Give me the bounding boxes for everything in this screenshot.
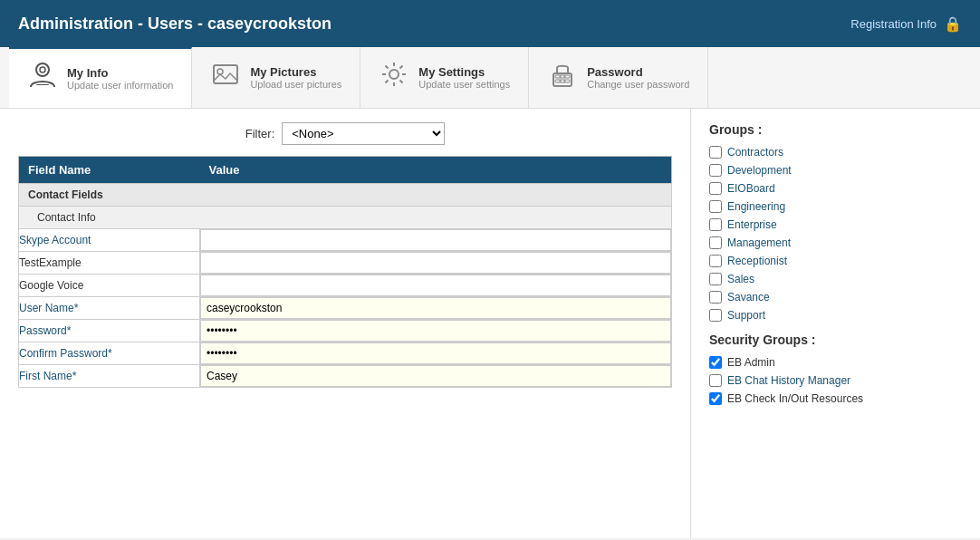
group-item-eioboard: EIOBoard (709, 182, 962, 195)
field-testexample-value (200, 252, 672, 275)
tab-password-sublabel: Change user password (587, 79, 689, 90)
group-label-development: Development (727, 164, 792, 177)
tabbar: My Info Update user information My Pictu… (0, 47, 980, 109)
group-label-management: Management (727, 236, 791, 249)
group-item-enterprise: Enterprise (709, 218, 962, 231)
svg-rect-3 (214, 65, 237, 83)
security-group-checkbox-ebadmin[interactable] (709, 356, 722, 369)
group-item-engineering: Engineering (709, 200, 962, 213)
security-groups-title: Security Groups : (709, 333, 962, 347)
tab-my-settings[interactable]: My Settings Update user settings (360, 47, 529, 108)
field-googlevoice-label: Google Voice (19, 275, 200, 297)
group-item-development: Development (709, 164, 962, 177)
security-group-checkbox-ebchathistory[interactable] (709, 374, 722, 387)
field-firstname-value (200, 365, 672, 388)
tab-my-pictures-label: My Pictures (250, 65, 341, 79)
group-checkbox-receptionist[interactable] (709, 255, 722, 267)
group-checkbox-management[interactable] (709, 236, 722, 249)
table-row: Confirm Password* (19, 342, 672, 365)
security-group-label-ebcheckin: EB Check In/Out Resources (727, 392, 863, 405)
page-title: Administration - Users - caseycrookston (18, 14, 331, 34)
group-checkbox-development[interactable] (709, 164, 722, 177)
security-group-item-ebcheckin: EB Check In/Out Resources (709, 392, 962, 405)
group-checkbox-eioboard[interactable] (709, 182, 722, 195)
tab-password[interactable]: Password Change user password (529, 47, 708, 108)
group-label-savance: Savance (727, 291, 770, 304)
groups-title: Groups : (709, 122, 962, 137)
svg-rect-2 (36, 84, 49, 85)
group-checkbox-savance[interactable] (709, 291, 722, 304)
svg-point-0 (36, 63, 49, 76)
security-group-checkbox-ebcheckin[interactable] (709, 392, 722, 405)
registration-info-link[interactable]: Registration Info (850, 17, 937, 31)
security-groups-list: EB Admin EB Chat History Manager EB Chec… (709, 356, 962, 405)
group-checkbox-support[interactable] (709, 309, 722, 322)
googlevoice-input[interactable] (200, 275, 671, 296)
field-confirmpassword-label: Confirm Password* (19, 342, 200, 365)
table-row: User Name* (19, 297, 672, 320)
settings-icon (379, 59, 409, 96)
data-table: Field Name Value Contact Fields Contact … (18, 156, 672, 388)
tab-my-settings-sublabel: Update user settings (418, 79, 510, 90)
testexample-input[interactable] (200, 252, 671, 274)
filter-label: Filter: (245, 127, 275, 140)
security-group-label-ebadmin: EB Admin (727, 356, 775, 369)
table-row: First Name* (19, 365, 672, 388)
tab-my-info-label: My Info (67, 66, 173, 80)
security-group-item-ebadmin: EB Admin (709, 356, 962, 369)
tab-my-pictures-sublabel: Upload user pictures (250, 79, 341, 90)
field-firstname-label: First Name* (19, 365, 200, 388)
password-input[interactable] (200, 320, 671, 342)
field-skype-label: Skype Account (19, 229, 200, 252)
field-skype-value (200, 229, 672, 252)
table-row: TestExample (19, 252, 672, 275)
confirmpassword-input[interactable] (200, 342, 671, 364)
pictures-icon (210, 59, 241, 96)
group-label-enterprise: Enterprise (727, 218, 777, 231)
main-content: Filter: <None> Field Name Value Contact … (0, 109, 980, 538)
groups-list: Contractors Development EIOBoard Enginee… (709, 146, 962, 322)
group-item-savance: Savance (709, 291, 962, 304)
group-item-support: Support (709, 309, 962, 322)
app-header: Administration - Users - caseycrookston … (0, 0, 980, 47)
tab-password-text: Password Change user password (587, 65, 689, 90)
table-row: Password* (19, 320, 672, 342)
group-label-sales: Sales (727, 273, 754, 285)
tab-my-pictures[interactable]: My Pictures Upload user pictures (192, 47, 360, 108)
tab-my-info[interactable]: My Info Update user information (9, 47, 192, 108)
section-contact-fields: Contact Fields (19, 184, 672, 207)
group-label-contractors: Contractors (727, 146, 783, 159)
group-label-support: Support (727, 309, 765, 322)
group-label-eioboard: EIOBoard (727, 182, 775, 195)
skype-input[interactable] (200, 229, 671, 251)
group-checkbox-contractors[interactable] (709, 146, 722, 159)
field-username-label: User Name* (19, 297, 200, 320)
table-row: Google Voice (19, 275, 672, 297)
filter-select[interactable]: <None> (282, 122, 445, 145)
tab-my-info-sublabel: Update user information (67, 80, 173, 91)
svg-point-1 (40, 67, 45, 72)
field-confirmpassword-value (200, 342, 672, 365)
col-field-name: Field Name (19, 157, 200, 184)
firstname-input[interactable] (200, 365, 671, 387)
group-item-management: Management (709, 236, 962, 249)
field-password-label: Password* (19, 320, 200, 342)
col-value: Value (200, 157, 672, 184)
tab-my-settings-text: My Settings Update user settings (418, 65, 510, 90)
group-checkbox-enterprise[interactable] (709, 218, 722, 231)
right-panel: Groups : Contractors Development EIOBoar… (690, 109, 980, 538)
group-checkbox-engineering[interactable] (709, 200, 722, 213)
tab-my-settings-label: My Settings (418, 65, 510, 79)
tab-password-label: Password (587, 65, 689, 79)
group-label-engineering: Engineering (727, 200, 785, 213)
field-googlevoice-value (200, 275, 672, 297)
group-checkbox-sales[interactable] (709, 273, 722, 285)
field-username-value (200, 297, 672, 320)
group-label-receptionist: Receptionist (727, 255, 787, 267)
security-group-item-ebchathistory: EB Chat History Manager (709, 374, 962, 387)
username-input[interactable] (200, 297, 671, 319)
svg-point-5 (389, 70, 399, 79)
password-icon (547, 59, 578, 96)
table-row: Skype Account (19, 229, 672, 252)
center-area: Filter: <None> Field Name Value Contact … (0, 109, 690, 538)
